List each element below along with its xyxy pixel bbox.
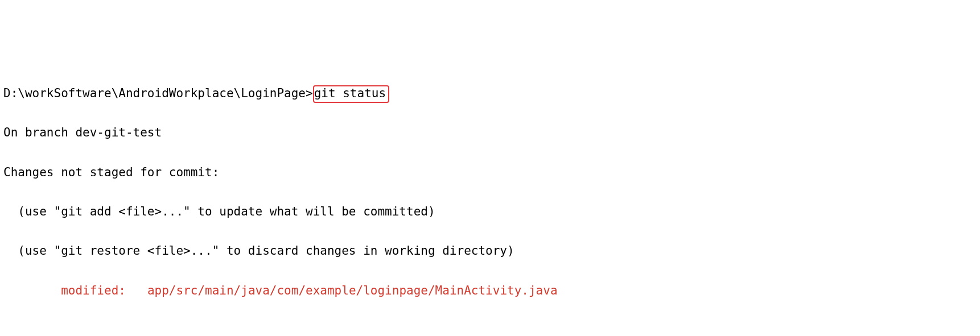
output-line: (use "git add <file>..." to update what … [3,202,977,222]
modified-file-path: app/src/main/java/com/example/loginpage/… [147,284,558,297]
terminal-line: D:\workSoftware\AndroidWorkplace\LoginPa… [3,84,977,103]
blank-line [3,320,977,336]
modified-file-line: modified: app/src/main/java/com/example/… [3,281,977,301]
modified-label: modified: [3,284,147,297]
output-line: On branch dev-git-test [3,123,977,143]
output-line: (use "git restore <file>..." to discard … [3,241,977,261]
command-text[interactable]: git status [314,86,386,100]
command-highlight-box: git status [313,85,389,103]
output-line: Changes not staged for commit: [3,163,977,182]
prompt-path: D:\workSoftware\AndroidWorkplace\LoginPa… [3,86,313,100]
